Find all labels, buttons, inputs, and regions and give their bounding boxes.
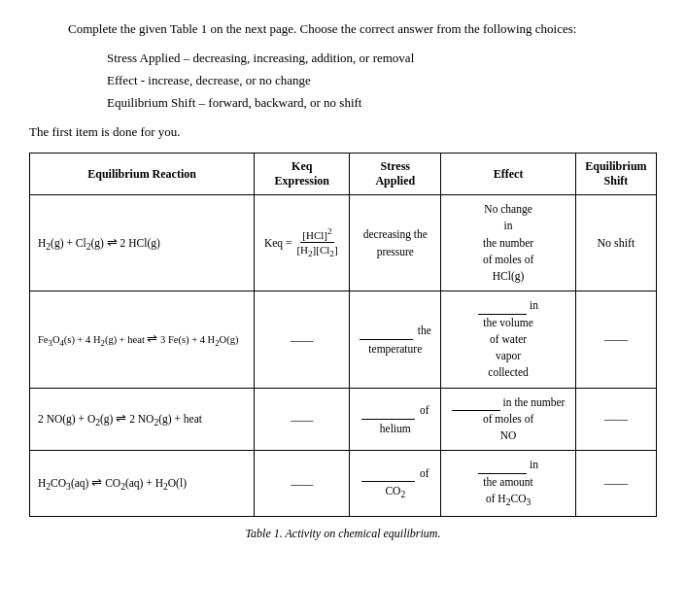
choice-1: Stress Applied – decreasing, increasing,… xyxy=(107,47,657,69)
intro-text: Complete the given Table 1 on the next p… xyxy=(68,21,576,36)
effect-1: No changeinthe numberof moles ofHCl(g) xyxy=(441,195,575,291)
keq-4: —— xyxy=(255,451,350,516)
table-row: H2CO3(aq) ⇌ CO2(aq) + H2O(l) —— ofCO2 in… xyxy=(30,451,657,516)
stress-3: ofhelium xyxy=(350,388,441,451)
effect-2: inthe volumeof watervaporcollected xyxy=(441,291,575,388)
shift-3: —— xyxy=(575,388,656,451)
choice-2: Effect - increase, decrease, or no chang… xyxy=(107,69,657,91)
header-eq-shift: EquilibriumShift xyxy=(575,154,656,195)
header-stress: StressApplied xyxy=(350,154,441,195)
effect-3: in the numberof moles ofNO xyxy=(441,388,575,451)
intro-paragraph: Complete the given Table 1 on the next p… xyxy=(29,19,657,39)
header-eq-reaction: Equilibrium Reaction xyxy=(30,154,255,195)
stress-1: decreasing thepressure xyxy=(350,195,441,291)
table-caption: Table 1. Activity on chemical equilibriu… xyxy=(29,527,657,541)
reaction-4: H2CO3(aq) ⇌ CO2(aq) + H2O(l) xyxy=(30,451,255,516)
reaction-2: Fe3O4(s) + 4 H2(g) + heat ⇌ 3 Fe(s) + 4 … xyxy=(30,291,255,388)
shift-2: —— xyxy=(575,291,656,388)
reaction-1: H2(g) + Cl2(g) ⇌ 2 HCl(g) xyxy=(30,195,255,291)
keq-3: —— xyxy=(255,388,350,451)
stress-2: thetemperature xyxy=(350,291,441,388)
header-keq: KeqExpression xyxy=(255,154,350,195)
effect-4: inthe amountof H2CO3 xyxy=(441,451,575,516)
choice-3: Equilibrium Shift – forward, backward, o… xyxy=(107,91,657,114)
reaction-3: 2 NO(g) + O2(g) ⇌ 2 NO2(g) + heat xyxy=(30,388,255,451)
keq-2: —— xyxy=(255,291,350,388)
choices-section: Stress Applied – decreasing, increasing,… xyxy=(107,47,657,115)
stress-4: ofCO2 xyxy=(350,451,441,516)
first-item-note: The first item is done for you. xyxy=(29,122,657,142)
table-row: Fe3O4(s) + 4 H2(g) + heat ⇌ 3 Fe(s) + 4 … xyxy=(30,291,657,388)
shift-4: —— xyxy=(575,451,656,516)
table-row: 2 NO(g) + O2(g) ⇌ 2 NO2(g) + heat —— ofh… xyxy=(30,388,657,451)
header-effect: Effect xyxy=(441,154,575,195)
shift-1: No shift xyxy=(575,195,656,291)
keq-1: Keq = [HCl]2 [H2][Cl2] xyxy=(255,195,350,291)
table-row: H2(g) + Cl2(g) ⇌ 2 HCl(g) Keq = [HCl]2 [… xyxy=(30,195,657,291)
equilibrium-table: Equilibrium Reaction KeqExpression Stres… xyxy=(29,153,657,516)
